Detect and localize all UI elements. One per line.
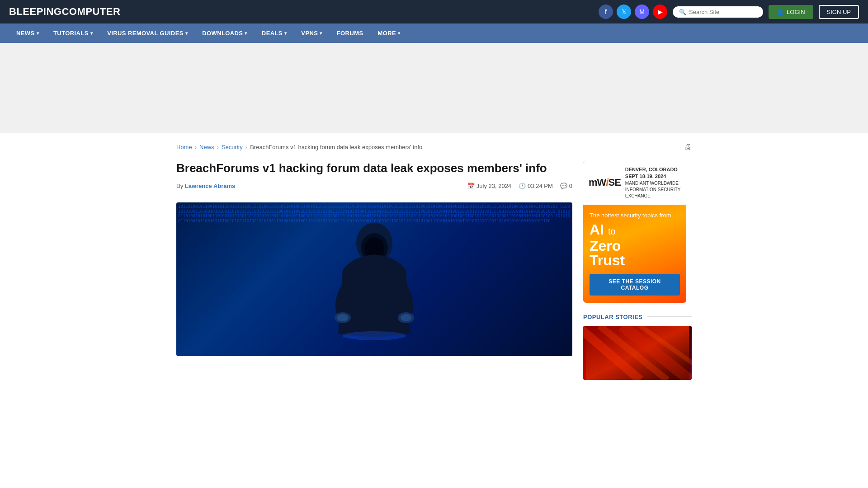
- breadcrumb-left: Home › News › Security › BreachForums v1…: [176, 144, 422, 150]
- mastodon-icon[interactable]: M: [635, 5, 649, 19]
- breadcrumb-separator: ›: [195, 144, 197, 150]
- article-time: 🕐 03:24 PM: [519, 183, 553, 189]
- article-image: 1011010010110010101100101011001010100101…: [176, 202, 572, 356]
- breadcrumb-news[interactable]: News: [199, 144, 214, 150]
- logo-part2: COMPUTER: [61, 6, 120, 17]
- nav-downloads[interactable]: DOWNLOADS ▾: [195, 23, 255, 43]
- breadcrumb-security[interactable]: Security: [222, 144, 243, 150]
- nav-more[interactable]: MORE ▾: [370, 23, 407, 43]
- print-icon[interactable]: 🖨: [684, 142, 692, 152]
- login-button[interactable]: 👤 LOGIN: [769, 5, 813, 19]
- svg-point-4: [337, 314, 348, 321]
- calendar-icon: 📅: [467, 183, 475, 189]
- nav-deals[interactable]: DEALS ▾: [255, 23, 294, 43]
- user-icon: 👤: [777, 9, 784, 15]
- facebook-icon[interactable]: f: [599, 5, 613, 19]
- site-logo[interactable]: BLEEPINGCOMPUTER: [9, 6, 120, 18]
- chevron-down-icon: ▾: [284, 31, 287, 36]
- mwise-info: DENVER, COLORADO SEPT 18-19, 2024 MANDIA…: [625, 166, 681, 199]
- article-author: By Lawrence Abrams: [176, 183, 235, 189]
- author-link[interactable]: Lawrence Abrams: [185, 183, 236, 189]
- search-icon: 🔍: [679, 9, 686, 15]
- navbar: NEWS ▾ TUTORIALS ▾ VIRUS REMOVAL GUIDES …: [0, 23, 868, 43]
- article-title: BreachForums v1 hacking forum data leak …: [176, 161, 572, 176]
- sidebar: mWiSE DENVER, COLORADO SEPT 18-19, 2024 …: [583, 161, 692, 380]
- header-right: f 𝕏 M ▶ 🔍 👤 LOGIN SIGN UP: [599, 5, 859, 19]
- breadcrumb-current: BreachForums v1 hacking forum data leak …: [250, 144, 422, 150]
- chevron-down-icon: ▾: [320, 31, 322, 36]
- chevron-down-icon: ▾: [37, 31, 39, 36]
- crowdstrike-bg-svg: [583, 326, 692, 380]
- popular-stories-title: POPULAR STORIES: [583, 314, 647, 320]
- crowdstrike-thumbnail[interactable]: CrowdStrike: [583, 326, 692, 380]
- nav-vpns[interactable]: VPNS ▾: [294, 23, 329, 43]
- signup-button[interactable]: SIGN UP: [819, 5, 859, 19]
- site-header: BLEEPINGCOMPUTER f 𝕏 M ▶ 🔍 👤 LOGIN SIGN …: [0, 0, 868, 23]
- svg-point-7: [343, 331, 406, 340]
- popular-stories: POPULAR STORIES: [583, 314, 692, 380]
- logo-part1: BLEEPING: [9, 6, 61, 17]
- breadcrumb-separator: ›: [245, 144, 247, 150]
- chevron-down-icon: ▾: [90, 31, 93, 36]
- comment-icon: 💬: [560, 183, 567, 189]
- clock-icon: 🕐: [519, 183, 526, 189]
- youtube-icon[interactable]: ▶: [653, 5, 667, 19]
- hacker-svg: [329, 216, 420, 343]
- content-layout: BreachForums v1 hacking forum data leak …: [176, 161, 692, 380]
- nav-forums[interactable]: FORUMS: [330, 23, 371, 43]
- nav-tutorials[interactable]: TUTORIALS ▾: [46, 23, 100, 43]
- article-main: BreachForums v1 hacking forum data leak …: [176, 161, 572, 356]
- chevron-down-icon: ▾: [398, 31, 400, 36]
- sidebar-ad: mWiSE DENVER, COLORADO SEPT 18-19, 2024 …: [583, 161, 686, 303]
- twitter-icon[interactable]: 𝕏: [617, 5, 631, 19]
- article-date: 📅 July 23, 2024: [467, 183, 511, 189]
- sidebar-ad-cta-button[interactable]: SEE THE SESSION CATALOG: [590, 274, 680, 296]
- article-meta: By Lawrence Abrams 📅 July 23, 2024 🕐 03:…: [176, 183, 572, 195]
- breadcrumb: Home › News › Security › BreachForums v1…: [176, 142, 692, 152]
- sidebar-ad-header: mWiSE DENVER, COLORADO SEPT 18-19, 2024 …: [583, 161, 686, 205]
- article-meta-right: 📅 July 23, 2024 🕐 03:24 PM 💬 0: [467, 183, 572, 189]
- breadcrumb-separator: ›: [217, 144, 219, 150]
- breadcrumb-home[interactable]: Home: [176, 144, 192, 150]
- search-bar: 🔍: [673, 6, 763, 18]
- chevron-down-icon: ▾: [185, 31, 188, 36]
- social-icons: f 𝕏 M ▶: [599, 5, 667, 19]
- sidebar-ad-body: The hottest security topics from AI to Z…: [583, 205, 686, 303]
- mwise-logo: mWiSE: [589, 177, 621, 188]
- article-comments[interactable]: 💬 0: [560, 183, 572, 189]
- popular-stories-divider: [647, 316, 692, 317]
- ad-banner: [0, 43, 868, 133]
- search-input[interactable]: [689, 9, 757, 15]
- nav-virus-removal[interactable]: VIRUS REMOVAL GUIDES ▾: [100, 23, 195, 43]
- svg-point-6: [401, 314, 411, 321]
- popular-stories-header: POPULAR STORIES: [583, 314, 692, 320]
- main-container: Home › News › Security › BreachForums v1…: [167, 133, 701, 389]
- nav-news[interactable]: NEWS ▾: [9, 23, 46, 43]
- chevron-down-icon: ▾: [245, 31, 247, 36]
